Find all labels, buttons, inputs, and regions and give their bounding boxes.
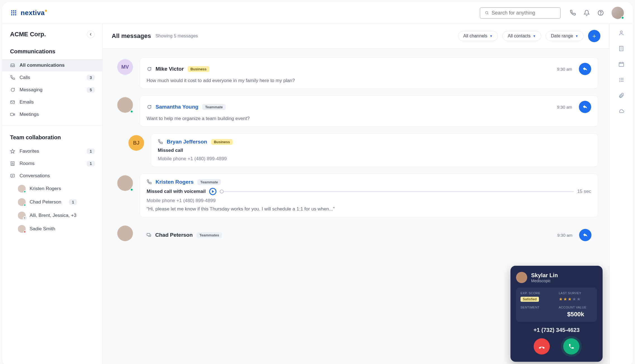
svg-rect-3: [11, 12, 12, 13]
audio-scrubber[interactable]: [220, 191, 574, 192]
accept-call-button[interactable]: [563, 338, 579, 355]
message-row[interactable]: Chad Peterson Teammates 9:30 am: [117, 224, 598, 241]
main-panel: All messages Showing 5 messages All chan…: [103, 24, 609, 364]
scrubber-thumb[interactable]: [220, 190, 224, 193]
avatar: [117, 226, 133, 241]
message-time: 9:30 am: [557, 105, 572, 109]
building-icon[interactable]: [618, 46, 624, 52]
chevron-down-icon: ▼: [490, 34, 493, 38]
stat-label: LAST SURVEY: [559, 291, 593, 295]
threads-icon: [10, 173, 16, 178]
caller-company: Mediscopic: [531, 279, 558, 283]
help-icon[interactable]: [598, 10, 604, 16]
avatar: [117, 97, 133, 113]
message-row[interactable]: MV Mike Victor Business 9:30 am How much…: [117, 58, 598, 89]
sender-name: Chad Peterson: [155, 232, 193, 238]
phone-icon[interactable]: [570, 10, 576, 16]
chevron-down-icon: ▼: [533, 34, 536, 38]
filter-contacts[interactable]: All contacts▼: [502, 31, 541, 41]
filter-date[interactable]: Date range▼: [546, 31, 584, 41]
contact-tag: Teammate: [197, 179, 221, 185]
conversation-kristen[interactable]: Kristen Rogers: [2, 182, 102, 195]
calendar-icon[interactable]: [618, 61, 624, 67]
count-badge: 5: [87, 87, 95, 93]
svg-rect-4: [13, 12, 14, 13]
filter-channels[interactable]: All channels▼: [458, 31, 498, 41]
reply-icon: [583, 233, 588, 238]
voicemail-duration: 15 sec: [577, 189, 591, 194]
search-input[interactable]: [491, 10, 556, 16]
user-avatar[interactable]: [612, 7, 624, 19]
sidebar-item-emails[interactable]: Emails: [2, 96, 102, 108]
message-preview: Want to help me organize a team building…: [147, 116, 591, 121]
sidebar-item-calls[interactable]: Calls 3: [2, 71, 102, 84]
plus-icon: ＋: [591, 32, 597, 40]
sidebar-item-label: All communications: [20, 63, 65, 68]
svg-rect-1: [13, 10, 14, 11]
inbox-icon: [10, 63, 16, 68]
chat-icon: [10, 87, 16, 92]
play-button[interactable]: [209, 188, 216, 195]
presence-dot-icon: [621, 16, 624, 19]
collapse-sidebar-button[interactable]: [87, 30, 95, 38]
message-preview: How much would it cost to add everyone i…: [147, 78, 591, 83]
apps-grid-icon[interactable]: [11, 10, 16, 15]
decline-call-button[interactable]: [534, 338, 550, 355]
message-row[interactable]: BJ Bryan Jefferson Business Missed call …: [128, 133, 598, 167]
sidebar-item-meetings[interactable]: Meetings: [2, 108, 102, 121]
profile-icon[interactable]: [618, 30, 624, 36]
sidebar-item-label: Rooms: [20, 161, 35, 166]
contact-tag: Business: [188, 66, 209, 72]
video-icon: [10, 112, 16, 117]
hangup-icon: [538, 343, 545, 350]
presence-dot-icon: [130, 188, 133, 191]
avatar: [18, 185, 26, 193]
caller-name: Skylar Lin: [531, 272, 558, 279]
tasks-icon[interactable]: [618, 77, 624, 83]
right-rail: [609, 24, 633, 364]
message-row[interactable]: Samantha Young Teammate 9:30 am Want to …: [117, 95, 598, 127]
compose-button[interactable]: ＋: [588, 30, 600, 42]
sidebar-item-messaging[interactable]: Messaging 5: [2, 84, 102, 96]
reply-button[interactable]: [579, 229, 591, 241]
global-search[interactable]: [480, 7, 561, 19]
sender-name[interactable]: Kristen Rogers: [156, 179, 194, 185]
reply-button[interactable]: [579, 101, 591, 113]
sidebar-item-conversations[interactable]: Conversations: [2, 170, 102, 182]
bell-icon[interactable]: [584, 10, 590, 16]
count-badge: 1: [87, 161, 95, 166]
phone-icon: [568, 343, 574, 349]
brand-logo: nextiva: [21, 9, 47, 17]
count-badge: 3: [87, 75, 95, 80]
message-time: 9:30 am: [557, 233, 572, 238]
sidebar-item-rooms[interactable]: Rooms 1: [2, 157, 102, 170]
threads-icon: [146, 233, 151, 238]
caller-stats: EXP. SCORE Satisfied LAST SURVEY ★★★★★ S…: [516, 288, 597, 322]
conversation-group[interactable]: 5 Alli, Brent, Jessica, +3: [2, 209, 102, 222]
caller-phone: +1 (732) 345-4623: [516, 327, 597, 333]
contact-tag: Business: [211, 139, 233, 145]
cloud-icon[interactable]: [618, 108, 624, 114]
star-icon: [10, 149, 16, 154]
svg-point-18: [620, 31, 622, 33]
sidebar-item-favorites[interactable]: Favorites 1: [2, 145, 102, 157]
reply-button[interactable]: [579, 63, 591, 75]
chevron-left-icon: [89, 33, 92, 36]
avatar-group: 5: [18, 212, 26, 219]
attachment-icon[interactable]: [618, 92, 624, 99]
sidebar-item-all-communications[interactable]: All communications: [2, 59, 102, 71]
conversation-sadie[interactable]: Sadie Smith: [2, 222, 102, 236]
avatar-initials: MV: [117, 59, 133, 75]
sender-name[interactable]: Samantha Young: [156, 104, 198, 110]
avatar: [18, 225, 26, 233]
avatar: [117, 175, 133, 191]
filter-label: Date range: [551, 33, 573, 39]
svg-rect-8: [15, 14, 16, 15]
svg-rect-15: [11, 162, 14, 166]
sender-name[interactable]: Bryan Jefferson: [167, 139, 207, 145]
group-count-badge: 5: [23, 216, 27, 220]
conversation-chad[interactable]: Chad Peterson 1: [2, 195, 102, 209]
phone-number: Mobile phone +1 (480) 899-4899: [158, 156, 591, 162]
message-row[interactable]: Kristen Rogers Teammate Missed call with…: [117, 174, 598, 217]
avatar: [18, 198, 26, 206]
